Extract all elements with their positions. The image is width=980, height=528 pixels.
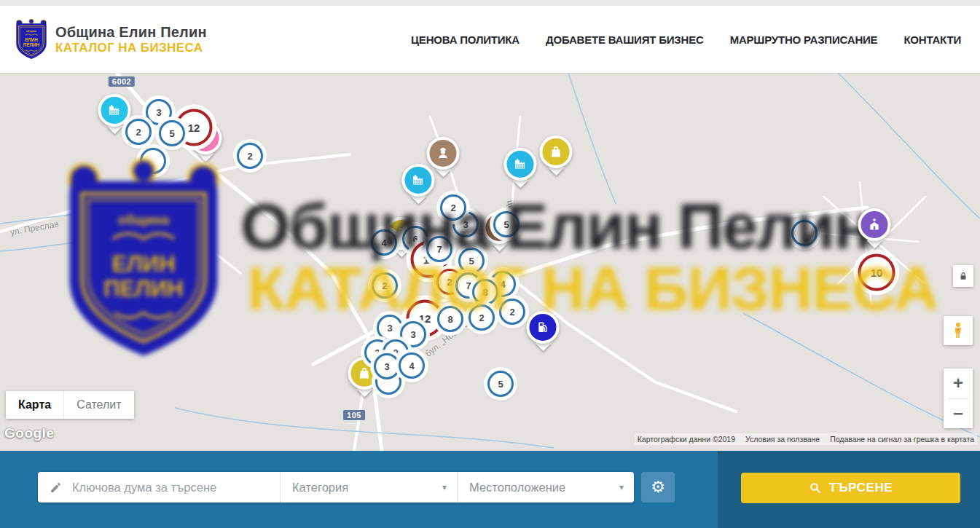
main-nav: ЦЕНОВА ПОЛИТИКА ДОБАВЕТЕ ВАШИЯТ БИЗНЕС М… <box>411 34 961 46</box>
road-badge: 105 <box>343 410 365 420</box>
location-select[interactable]: Местоположение ▾ <box>457 472 634 503</box>
attribution-terms-link[interactable]: Условия за ползване <box>745 435 820 444</box>
cluster-marker[interactable]: 2 <box>125 119 152 145</box>
cluster-marker[interactable]: 8 <box>437 306 463 332</box>
cluster-marker[interactable]: 10 <box>858 254 895 291</box>
nav-contacts[interactable]: КОНТАКТИ <box>903 34 961 46</box>
cluster-marker[interactable]: 8 <box>472 279 498 305</box>
nav-add-your-business[interactable]: ДОБАВЕТЕ ВАШИЯТ БИЗНЕС <box>546 34 704 46</box>
attribution-copyright: Картографски данни ©2019 <box>638 435 735 444</box>
brand-title: Община Елин Пелин <box>55 24 207 41</box>
cluster-marker[interactable]: 7 <box>426 236 452 262</box>
category-select[interactable]: Категория ▾ <box>280 472 457 503</box>
google-logo[interactable]: Google <box>4 425 54 441</box>
cluster-marker[interactable]: 2 <box>372 272 398 299</box>
attribution-report-link[interactable]: Подаване на сигнал за грешка в картата <box>830 435 974 444</box>
map-type-map-button[interactable]: Карта <box>6 391 63 419</box>
header: Община Елин Пелин КАТАЛОГ НА БИЗНЕСА ЦЕН… <box>0 6 980 73</box>
cluster-marker[interactable]: 4 <box>399 352 425 379</box>
pencil-icon <box>50 481 62 494</box>
pin-factory[interactable] <box>402 164 435 197</box>
map-type-satellite-button[interactable]: Сателит <box>63 391 133 419</box>
cluster-marker[interactable]: 4 <box>371 229 397 256</box>
chevron-down-icon: ▾ <box>619 482 624 492</box>
cluster-marker[interactable] <box>791 220 818 246</box>
pegman-icon <box>950 321 966 340</box>
cluster-marker[interactable]: 5 <box>159 120 185 146</box>
pin-fuel[interactable] <box>527 311 560 344</box>
cluster-marker[interactable]: 5 <box>493 211 520 237</box>
zoom-control: + − <box>944 369 973 428</box>
lock-button[interactable] <box>953 265 973 287</box>
location-select-value: Местоположение <box>469 481 565 494</box>
brand-subtitle: КАТАЛОГ НА БИЗНЕСА <box>55 41 207 55</box>
keyword-input[interactable] <box>71 480 273 495</box>
cluster-marker[interactable] <box>140 148 166 174</box>
zoom-out-button[interactable]: − <box>944 399 973 429</box>
gear-icon: ⚙ <box>651 478 665 497</box>
search-button[interactable]: ТЪРСЕНЕ <box>741 473 960 503</box>
cluster-marker[interactable]: 2 <box>237 143 263 169</box>
cluster-marker[interactable]: 3 <box>377 315 403 341</box>
road-badge: 6002 <box>109 76 135 87</box>
search-fields: Категория ▾ Местоположение ▾ <box>38 472 634 503</box>
cluster-marker[interactable]: 5 <box>458 248 485 274</box>
cluster-marker[interactable]: 3 <box>374 353 400 379</box>
pin-factory[interactable] <box>98 94 131 127</box>
nav-route-schedule[interactable]: МАРШРУТНО РАЗПИСАНИЕ <box>730 34 878 46</box>
zoom-in-button[interactable]: + <box>944 369 973 398</box>
map-attribution: Картографски данни ©2019 Условия за полз… <box>635 433 977 445</box>
lock-icon <box>958 270 968 282</box>
pin-bag[interactable] <box>540 135 573 168</box>
cluster-marker[interactable]: 2 <box>469 304 495 331</box>
keyword-field[interactable] <box>38 472 280 503</box>
pegman-button[interactable] <box>944 316 973 345</box>
cluster-marker[interactable]: 2 <box>499 299 525 325</box>
map-type-control: Карта Сателит <box>6 391 134 419</box>
nav-pricing-policy[interactable]: ЦЕНОВА ПОЛИТИКА <box>411 34 520 46</box>
search-button-label: ТЪРСЕНЕ <box>829 481 893 495</box>
search-icon <box>809 481 822 494</box>
brand[interactable]: Община Елин Пелин КАТАЛОГ НА БИЗНЕСА <box>15 18 207 60</box>
pin-church[interactable] <box>858 208 891 241</box>
pin-factory[interactable] <box>504 148 537 181</box>
search-bar: Категория ▾ Местоположение ▾ ⚙ ТЪРСЕНЕ <box>0 451 980 528</box>
cluster-marker[interactable]: 5 <box>487 371 514 397</box>
cluster-marker[interactable]: 2 <box>440 194 466 221</box>
chevron-down-icon: ▾ <box>442 482 447 492</box>
map-canvas[interactable]: 6002105ул. Преславбул. „Новоселции“ ✂ 12… <box>0 73 980 451</box>
municipality-logo-icon <box>15 18 48 60</box>
page-top-strip <box>0 0 980 6</box>
advanced-settings-button[interactable]: ⚙ <box>641 472 675 503</box>
category-select-value: Категория <box>292 481 348 494</box>
